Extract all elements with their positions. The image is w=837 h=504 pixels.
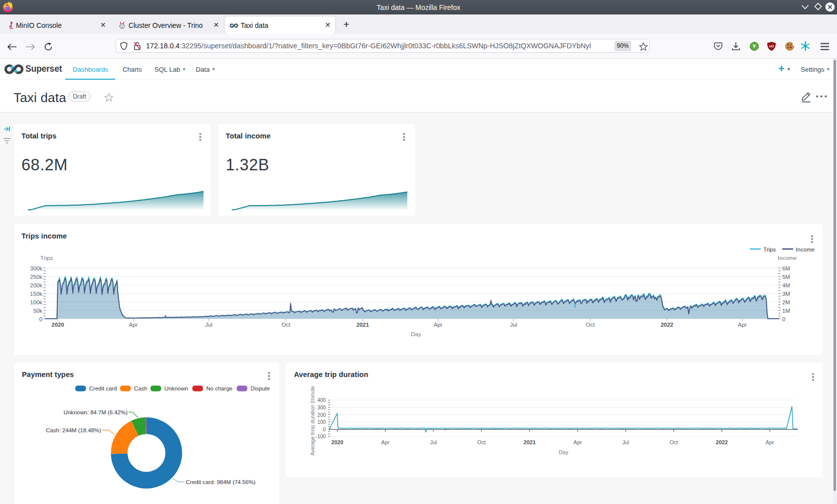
svg-text:400: 400 [317, 397, 326, 403]
svg-text:Jul: Jul [430, 439, 437, 445]
svg-text:0: 0 [782, 316, 785, 322]
svg-text:200k: 200k [30, 282, 42, 288]
svg-text:3M: 3M [782, 291, 790, 297]
svg-text:100k: 100k [30, 299, 42, 305]
svg-text:150k: 150k [30, 291, 42, 297]
svg-text:2020: 2020 [51, 322, 64, 328]
svg-text:Day: Day [558, 449, 568, 455]
svg-text:No charge: No charge [206, 385, 233, 391]
svg-text:Oct: Oct [477, 439, 486, 445]
svg-text:6M: 6M [782, 265, 790, 271]
svg-text:300: 300 [317, 405, 326, 410]
svg-text:2020: 2020 [331, 439, 343, 445]
svg-text:Credit card: 984M (74.56%): Credit card: 984M (74.56%) [186, 479, 256, 485]
svg-text:Oct: Oct [670, 439, 678, 445]
svg-text:Jul: Jul [205, 322, 213, 328]
svg-text:Apr: Apr [129, 322, 138, 328]
svg-text:2021: 2021 [524, 439, 536, 445]
svg-text:2022: 2022 [716, 439, 728, 445]
svg-text:Oct: Oct [281, 322, 291, 328]
svg-text:Credit card: Credit card [89, 385, 117, 391]
svg-text:Jul: Jul [510, 322, 517, 328]
svg-text:0: 0 [323, 427, 326, 432]
svg-text:Oct: Oct [586, 322, 595, 328]
svg-text:Dispute: Dispute [251, 385, 270, 391]
svg-text:Day: Day [411, 331, 421, 337]
svg-text:Apr: Apr [573, 439, 582, 445]
svg-text:1M: 1M [782, 308, 790, 314]
svg-text:Income: Income [778, 254, 797, 261]
svg-text:2022: 2022 [661, 322, 673, 328]
svg-text:2021: 2021 [356, 322, 369, 328]
svg-text:Unknown: Unknown [164, 385, 188, 391]
svg-text:50k: 50k [33, 308, 43, 314]
svg-text:Jul: Jul [622, 439, 629, 445]
svg-text:250k: 250k [30, 274, 42, 280]
svg-text:Income: Income [796, 246, 815, 252]
svg-text:Trips: Trips [40, 254, 53, 261]
svg-text:Unknown: 84.7M (6.42%): Unknown: 84.7M (6.42%) [63, 409, 128, 415]
svg-text:Apr: Apr [766, 439, 774, 445]
svg-text:Cash: Cash [134, 385, 147, 391]
svg-text:Cash: 244M (18.48%): Cash: 244M (18.48%) [46, 427, 101, 433]
svg-text:100: 100 [317, 419, 326, 425]
svg-text:300k: 300k [30, 265, 42, 271]
svg-text:uO: uO [769, 44, 774, 48]
svg-text:Apr: Apr [738, 322, 747, 328]
svg-text:Apr: Apr [433, 322, 442, 328]
svg-text:5M: 5M [782, 274, 790, 280]
svg-text:0: 0 [39, 316, 42, 322]
svg-text:4M: 4M [782, 282, 790, 288]
svg-text:2M: 2M [782, 299, 790, 305]
svg-text:200: 200 [317, 412, 326, 418]
svg-text:Apr: Apr [381, 439, 390, 445]
svg-text:Trips: Trips [763, 246, 776, 252]
svg-text:-100: -100 [316, 434, 326, 439]
svg-text:Average trinp duration (minute: Average trinp duration (minute [310, 386, 315, 456]
